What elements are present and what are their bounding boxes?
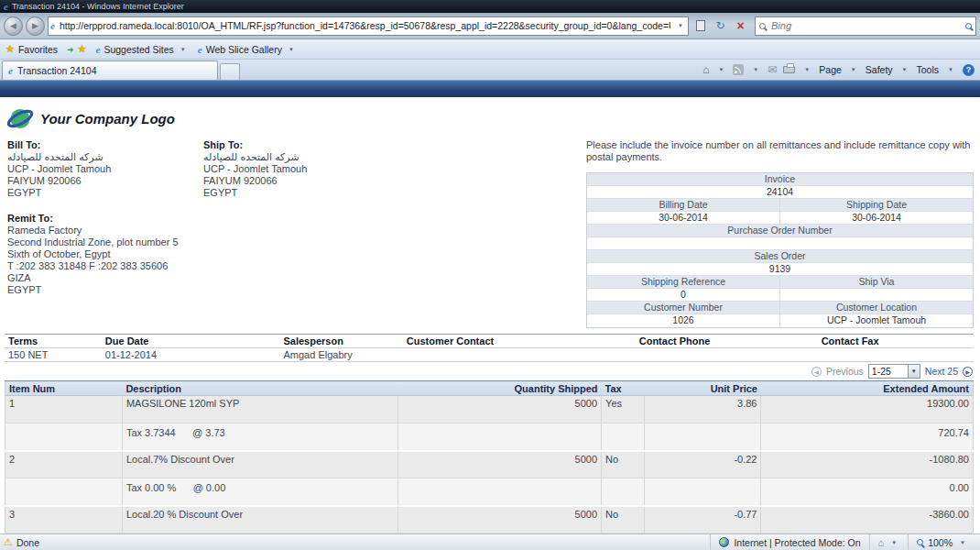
- salesperson-value: Amgad Elgabry: [279, 348, 402, 362]
- cell-extended: 0.00: [761, 478, 974, 506]
- tools-menu[interactable]: Tools: [917, 64, 940, 75]
- zoom-level: 100%: [928, 537, 953, 548]
- invoice-info-value-row: 0: [587, 289, 973, 302]
- zoom-control[interactable]: 100% ▼: [908, 534, 976, 550]
- tab-transaction[interactable]: e Transaction 24104: [2, 60, 218, 80]
- quantity-shipped-header: Quantity Shipped: [398, 381, 602, 396]
- invoice-info-cell: 30-06-2014: [587, 212, 779, 224]
- search-box[interactable]: [755, 16, 976, 36]
- internet-zone-icon: [719, 537, 729, 547]
- customer-contact-header: Customer Contact: [403, 335, 636, 348]
- address-bar[interactable]: e ▼: [48, 16, 689, 36]
- previous-arrow-icon: ◀: [811, 367, 822, 377]
- invoice-info-cell: 24104: [587, 186, 973, 198]
- cell-extended: 19300.00: [761, 396, 974, 424]
- forward-button[interactable]: ▶: [26, 16, 45, 36]
- remit-to-line: EGYPT: [7, 284, 179, 296]
- invoice-info-table: Invoice24104Billing DateShipping Date30-…: [586, 172, 974, 328]
- zoom-dropdown-icon: ▼: [957, 534, 968, 550]
- cell-description: Local.20 % Discount Over: [122, 506, 397, 534]
- tools-dropdown-icon[interactable]: ▼: [945, 60, 956, 80]
- inprivate-filter-button[interactable]: ⌂ ▼: [869, 534, 909, 550]
- safety-menu[interactable]: Safety: [866, 64, 893, 75]
- search-input[interactable]: [769, 19, 962, 32]
- cell-item-num: 1: [5, 396, 123, 424]
- read-mail-icon[interactable]: ✉: [768, 63, 777, 76]
- status-bar: ⚠ Done Internet | Protected Mode: On ⌂ ▼…: [0, 534, 980, 550]
- feeds-dropdown-icon[interactable]: ▼: [750, 60, 761, 80]
- print-dropdown-icon[interactable]: ▼: [801, 60, 812, 80]
- status-right: Internet | Protected Mode: On ⌂ ▼ 100% ▼: [710, 534, 976, 550]
- bill-to-block: Bill To: شركه المتحده للصيادله UCP - Joo…: [7, 139, 111, 199]
- next-arrow-icon[interactable]: ▶: [963, 367, 973, 377]
- cell-item-num: 2: [5, 451, 123, 478]
- invoice-info-cell: 30-06-2014: [779, 212, 973, 224]
- salesperson-header: Salesperson: [279, 335, 402, 348]
- suggested-sites-button[interactable]: e Suggested Sites ▼: [95, 44, 188, 55]
- compatibility-view-button[interactable]: [691, 16, 709, 36]
- web-slice-gallery-button[interactable]: e Web Slice Gallery ▼: [198, 44, 297, 55]
- page-menu[interactable]: Page: [819, 64, 842, 75]
- add-favorite-star-icon: ★: [78, 43, 87, 55]
- item-row: 3Local.20 % Discount Over5000No-0.77-386…: [5, 506, 974, 534]
- safety-dropdown-icon[interactable]: ▼: [899, 60, 910, 80]
- web-slice-icon: e: [198, 45, 202, 54]
- cell-unit-price: -0.22: [644, 451, 761, 478]
- new-tab-button[interactable]: [220, 63, 240, 80]
- invoice-info-header-row: Customer NumberCustomer Location: [587, 302, 973, 314]
- invoice-info-value-row: 30-06-201430-06-2014: [587, 212, 973, 225]
- bill-to-line: FAIYUM 920066: [7, 175, 111, 187]
- invoice-info-header-row: Billing DateShipping Date: [587, 199, 973, 212]
- favorites-bar: ★ Favorites ➜ ★ e Suggested Sites ▼ e We…: [0, 39, 980, 60]
- ie-logo-icon: e: [4, 2, 8, 11]
- cell-tax: [602, 478, 645, 506]
- invoice-info-value-row: [587, 237, 973, 250]
- range-select[interactable]: 1-25 ▼: [868, 364, 920, 379]
- invoice-info-cell: Shipping Date: [779, 199, 973, 211]
- cell-description: Tax 0.00 % @ 0.00: [122, 478, 397, 506]
- item-row: 2Local.7% Discount Over5000No-0.22-1080.…: [5, 451, 974, 478]
- stop-button[interactable]: ×: [732, 16, 749, 36]
- feeds-icon[interactable]: [733, 64, 744, 75]
- page-dropdown-icon[interactable]: ▼: [848, 60, 859, 80]
- remit-to-line: Second Industrial Zone, plot number 5: [7, 236, 179, 248]
- home-dropdown-icon[interactable]: ▼: [715, 60, 726, 80]
- description-header: Description: [122, 381, 397, 396]
- range-select-dropdown-icon[interactable]: ▼: [908, 365, 920, 378]
- help-icon[interactable]: ?: [963, 64, 975, 76]
- back-button[interactable]: ◀: [4, 16, 23, 36]
- invoice-info-header-row: Purchase Order Number: [587, 225, 973, 237]
- items-table: Item Num Description Quantity Shipped Ta…: [5, 380, 974, 534]
- cell-item-num: [5, 424, 123, 451]
- contact-phone-value: [636, 348, 818, 362]
- cell-qty: 5000: [398, 396, 602, 424]
- cell-tax: No: [602, 506, 645, 534]
- warning-icon: ⚠: [4, 536, 13, 548]
- globe-logo-icon: [7, 106, 35, 131]
- home-icon[interactable]: ⌂: [702, 63, 709, 76]
- web-slice-label: Web Slice Gallery: [206, 44, 282, 55]
- print-icon[interactable]: [783, 66, 795, 73]
- add-to-favorites-button[interactable]: ➜ ★: [67, 43, 86, 55]
- contact-phone-header: Contact Phone: [636, 335, 818, 348]
- cell-qty: 5000: [398, 506, 602, 534]
- navigation-bar: ◀ ▶ e ▼ ↻ ×: [0, 13, 980, 39]
- tab-title: Transaction 24104: [17, 65, 97, 76]
- cell-tax: Yes: [602, 396, 645, 424]
- invoice-info-value-row: 24104: [587, 186, 973, 199]
- ship-to-line: UCP - Joomlet Tamouh: [203, 163, 307, 175]
- contact-fax-value: [818, 348, 974, 362]
- ship-to-line: EGYPT: [203, 187, 307, 199]
- address-input[interactable]: [58, 19, 672, 32]
- invoice-info-cell: UCP - Joomlet Tamouh: [779, 314, 973, 327]
- invoice-info-cell: Customer Number: [587, 302, 779, 314]
- logo-text: Your Company Logo: [40, 111, 175, 126]
- favorites-button[interactable]: ★ Favorites: [5, 43, 58, 55]
- cell-tax: No: [602, 451, 645, 478]
- next-link[interactable]: Next 25: [925, 366, 958, 377]
- bill-to-line: EGYPT: [7, 187, 111, 199]
- address-dropdown-icon[interactable]: ▼: [675, 17, 686, 35]
- search-go-icon[interactable]: [965, 23, 972, 29]
- refresh-button[interactable]: ↻: [712, 16, 729, 36]
- web-slice-dropdown-icon: ▼: [286, 44, 297, 55]
